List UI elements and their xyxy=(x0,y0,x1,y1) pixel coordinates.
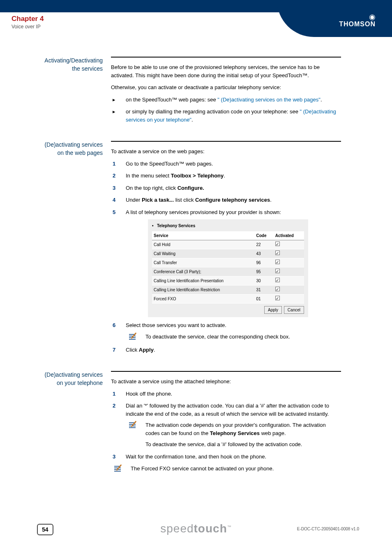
list-item: on the SpeedTouch™ web pages: see " (De)… xyxy=(111,96,341,104)
paragraph: Before to be able to use one of the prov… xyxy=(111,63,341,79)
heading-line: the services xyxy=(72,65,103,72)
section-body: To activate a service using the attached… xyxy=(111,371,341,478)
page-number: 54 xyxy=(37,524,53,535)
checkbox-icon[interactable] xyxy=(275,278,280,282)
section-body: To activate a service on the web pages: … xyxy=(111,141,341,358)
paragraph: To activate a service using the attached… xyxy=(111,378,341,386)
side-heading-web: (De)activating services on the web pages xyxy=(33,141,111,358)
list-item: 2In the menu select Toolbox > Telephony. xyxy=(111,172,341,180)
heading-line: (De)activating services xyxy=(44,371,103,378)
checkbox-icon[interactable] xyxy=(275,296,280,300)
brand-block: ◉ THOMSON xyxy=(277,0,392,37)
list-item: 3Wait for the confirmation tone, and the… xyxy=(111,453,341,461)
col-activated: Activated xyxy=(274,231,304,240)
table-row: Calling Line Identification Restriction3… xyxy=(152,286,304,295)
checkbox-icon[interactable] xyxy=(275,260,280,264)
note: To deactivate the service, clear the cor… xyxy=(126,333,341,342)
table-row: Calling Line Identification Presentation… xyxy=(152,276,304,286)
table-title: Telephony Services xyxy=(152,223,304,229)
heading-line: on the web pages xyxy=(57,150,103,156)
brand-icon: ◉ xyxy=(277,13,376,21)
list-item: 3On the top right, click Configure. xyxy=(111,184,341,192)
button-row: Apply Cancel xyxy=(152,306,304,314)
col-service: Service xyxy=(152,231,255,240)
note-text: The Forced FXO service cannot be activat… xyxy=(131,465,341,473)
col-code: Code xyxy=(255,231,274,240)
checkbox-icon[interactable] xyxy=(275,251,280,255)
heading-line: on your telephone xyxy=(57,380,103,386)
checkbox-icon[interactable] xyxy=(275,287,280,291)
note-text: The activation code depends on your prov… xyxy=(145,421,341,449)
section-activating: Activating/Deactivating the services Bef… xyxy=(33,57,357,128)
bullet-list: on the SpeedTouch™ web pages: see " (De)… xyxy=(111,96,341,124)
side-heading-activating: Activating/Deactivating the services xyxy=(33,57,111,128)
paragraph: To activate a service on the web pages: xyxy=(111,147,341,156)
link-ref[interactable]: " (De)activating services on the web pag… xyxy=(217,97,321,103)
telephony-table-wrap: Telephony Services Service Code Activate… xyxy=(148,219,308,317)
numbered-list: 1Go to the SpeedTouch™ web pages. 2In th… xyxy=(111,160,341,354)
note-text: To deactivate the service, clear the cor… xyxy=(145,333,341,341)
chapter-title: Chapter 4 xyxy=(12,15,44,23)
doc-id: E-DOC-CTC-20050401-0008 v1.0 xyxy=(297,527,359,531)
note-icon xyxy=(114,465,125,474)
note: The activation code depends on your prov… xyxy=(126,421,341,449)
list-item: 1Hook off the phone. xyxy=(111,390,341,398)
list-item: or simply by dialling the regarding acti… xyxy=(111,108,341,124)
table-row: Call Hold22 xyxy=(152,240,304,249)
table-row: Forced FXO01 xyxy=(152,295,304,304)
list-item: 6Select those services you want to activ… xyxy=(111,321,341,342)
heading-line: (De)activating services xyxy=(44,141,103,148)
list-item: 4Under Pick a task... list click Configu… xyxy=(111,196,341,204)
table-row: Conference Call (3 Party);95 xyxy=(152,267,304,276)
list-item: 2Dial an '*' followed by the activation … xyxy=(111,402,341,449)
list-item: 5A list of telephony services provisione… xyxy=(111,208,341,318)
header-row: Chapter 4 Voice over IP ◉ THOMSON xyxy=(0,12,392,37)
note: The Forced FXO service cannot be activat… xyxy=(111,465,341,474)
table-row: Call Transfer96 xyxy=(152,258,304,267)
cancel-button[interactable]: Cancel xyxy=(284,306,304,314)
brand-text: THOMSON xyxy=(277,21,376,28)
chapter-subtitle: Voice over IP xyxy=(12,24,44,30)
section-phone: (De)activating services on your telephon… xyxy=(33,371,357,478)
apply-button[interactable]: Apply xyxy=(264,306,282,314)
section-body: Before to be able to use one of the prov… xyxy=(111,57,341,128)
checkbox-icon[interactable] xyxy=(275,269,280,273)
note-icon xyxy=(129,421,140,430)
numbered-list: 1Hook off the phone. 2Dial an '*' follow… xyxy=(111,390,341,461)
note-icon xyxy=(129,333,140,342)
list-item: 1Go to the SpeedTouch™ web pages. xyxy=(111,160,341,168)
section-web: (De)activating services on the web pages… xyxy=(33,141,357,358)
chapter-block: Chapter 4 Voice over IP xyxy=(12,15,44,30)
heading-line: Activating/Deactivating xyxy=(44,57,103,64)
paragraph: Otherwise, you can activate or deactivat… xyxy=(111,83,341,92)
telephony-services-table: Service Code Activated Call Hold22 Call … xyxy=(152,231,304,304)
content: Activating/Deactivating the services Bef… xyxy=(33,57,357,491)
speedtouch-logo: speedtouch™ xyxy=(160,522,232,535)
table-row: Call Waiting43 xyxy=(152,249,304,258)
footer: 54 speedtouch™ E-DOC-CTC-20050401-0008 v… xyxy=(0,515,392,535)
checkbox-icon[interactable] xyxy=(275,242,280,246)
side-heading-phone: (De)activating services on your telephon… xyxy=(33,371,111,478)
list-item: 7Click Apply. xyxy=(111,346,341,354)
